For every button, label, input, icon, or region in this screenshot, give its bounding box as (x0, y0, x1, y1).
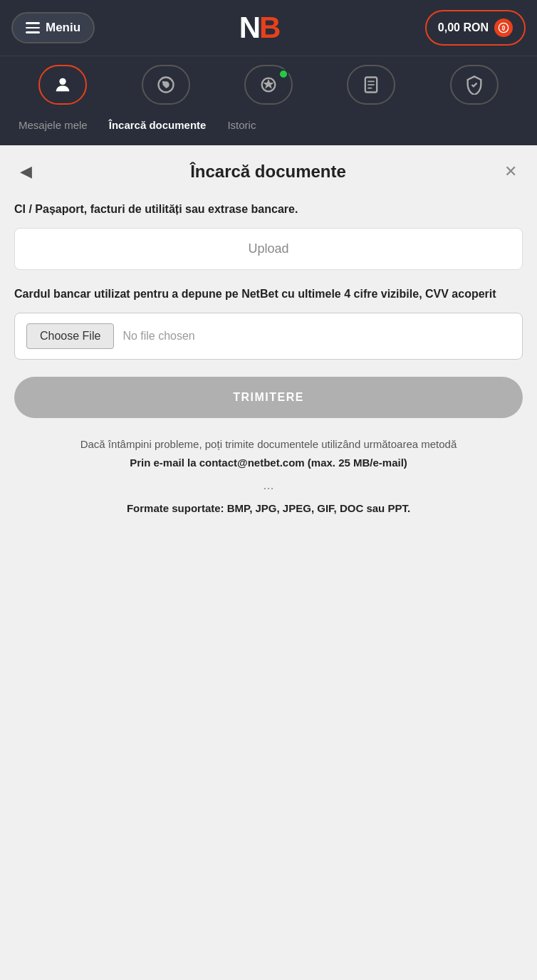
notification-dot (278, 69, 288, 79)
menu-button[interactable]: Meniu (11, 12, 95, 43)
hamburger-icon (26, 22, 40, 33)
tab-messages[interactable]: Mesajele mele (11, 115, 95, 135)
tabs-bar: Mesajele mele Încarcă documente Istoric (0, 115, 537, 145)
logo-b: B (259, 11, 281, 45)
balance-button[interactable]: 0,00 RON ₿ (425, 10, 526, 46)
page-title: Încarcă documente (38, 162, 499, 182)
close-icon[interactable]: ✕ (499, 160, 523, 184)
section2-label: Cardul bancar utilizat pentru a depune p… (14, 286, 523, 303)
header: Meniu N B 0,00 RON ₿ (0, 0, 537, 56)
upload-button[interactable]: Upload (14, 228, 523, 270)
ellipsis: ... (14, 474, 523, 496)
shield-icon (464, 75, 484, 95)
svg-point-2 (60, 78, 66, 85)
no-file-text: No file chosen (122, 330, 194, 343)
submit-button[interactable]: TRIMITERE (14, 377, 523, 418)
nav-icons-bar (0, 56, 537, 115)
tab-upload-documents[interactable]: Încarcă documente (102, 115, 214, 135)
rewards-icon (259, 75, 278, 95)
tab-history[interactable]: Istoric (220, 115, 263, 135)
profile-icon (53, 75, 73, 95)
info-section: Dacă întâmpini probleme, poți trimite do… (14, 435, 523, 517)
logo-n: N (239, 11, 259, 45)
menu-label: Meniu (46, 21, 80, 35)
info-text: Dacă întâmpini probleme, poți trimite do… (14, 435, 523, 454)
section1-label: CI / Pașaport, facturi de utilități sau … (14, 201, 523, 218)
nav-history-button[interactable] (347, 65, 395, 105)
back-arrow-icon[interactable]: ◀ (14, 160, 38, 184)
nav-bonus-button[interactable] (142, 65, 190, 105)
balance-amount: 0,00 RON (438, 21, 489, 34)
main-content: ◀ Încarcă documente ✕ CI / Pașaport, fac… (0, 145, 537, 980)
choose-file-button[interactable]: Choose File (26, 323, 114, 349)
nav-security-button[interactable] (450, 65, 499, 105)
nav-profile-button[interactable] (38, 65, 87, 105)
email-info: Prin e-mail la contact@netbet.com (max. … (14, 454, 523, 472)
file-input-wrapper: Choose File No file chosen (14, 313, 523, 360)
formats-label: Formate suportate: BMP, JPG, JPEG, GIF, … (14, 499, 523, 518)
history-icon (361, 75, 381, 95)
svg-point-4 (162, 81, 165, 84)
page-header: ◀ Încarcă documente ✕ (14, 160, 523, 184)
svg-text:₿: ₿ (501, 25, 506, 31)
nav-rewards-button[interactable] (244, 65, 293, 105)
svg-marker-6 (263, 79, 273, 89)
logo: N B (239, 11, 281, 45)
coin-icon: ₿ (494, 19, 513, 37)
bonus-icon (156, 75, 176, 95)
